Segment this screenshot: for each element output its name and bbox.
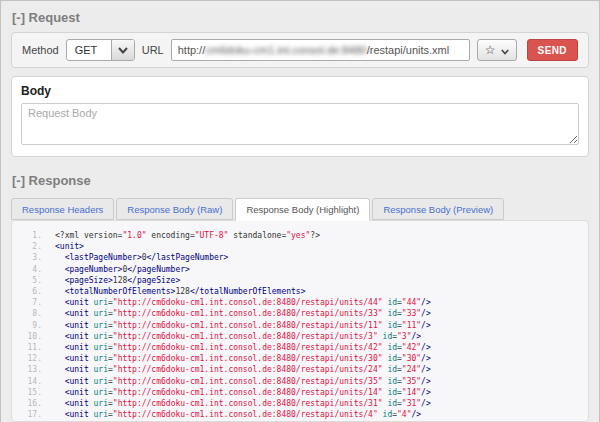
code-line: 4. <pageNumber>0</pageNumber> [12, 264, 588, 275]
code-text: <unit uri="http://cm6doku-cm1.int.consol… [42, 320, 431, 331]
tab-response-body-raw[interactable]: Response Body (Raw) [116, 198, 233, 220]
code-text: <unit uri="http://cm6doku-cm1.int.consol… [42, 353, 431, 364]
line-number: 12. [12, 353, 42, 364]
body-panel-title: Body [21, 84, 579, 98]
method-select[interactable]: GET [66, 39, 135, 61]
line-number: 13. [12, 364, 42, 375]
send-button[interactable]: SEND [527, 39, 578, 61]
url-text-redacted: cm6doku-cm1.int.consol.de:8480 [205, 44, 366, 56]
code-text: <unit uri="http://cm6doku-cm1.int.consol… [42, 409, 421, 420]
code-text: <unit uri="http://cm6doku-cm1.int.consol… [42, 297, 431, 308]
code-line: 8. <unit uri="http://cm6doku-cm1.int.con… [12, 308, 588, 319]
code-line: 11. <unit uri="http://cm6doku-cm1.int.co… [12, 342, 588, 353]
method-label: Method [22, 44, 59, 56]
line-number: 2. [12, 241, 42, 252]
request-section-header[interactable]: [-] Request [11, 10, 589, 25]
code-text: <?xml version="1.0" encoding="UTF-8" sta… [42, 230, 320, 241]
line-number: 1. [12, 230, 42, 241]
code-text: <unit uri="http://cm6doku-cm1.int.consol… [42, 398, 431, 409]
line-number: 9. [12, 320, 42, 331]
code-line: 1.<?xml version="1.0" encoding="UTF-8" s… [12, 230, 588, 241]
line-number: 16. [12, 398, 42, 409]
line-number: 11. [12, 342, 42, 353]
tab-response-headers[interactable]: Response Headers [11, 198, 114, 220]
code-line: 10. <unit uri="http://cm6doku-cm1.int.co… [12, 331, 588, 342]
line-number: 3. [12, 252, 42, 263]
code-line: 12. <unit uri="http://cm6doku-cm1.int.co… [12, 353, 588, 364]
chevron-down-icon [111, 40, 134, 60]
code-text: <unit uri="http://cm6doku-cm1.int.consol… [42, 331, 421, 342]
url-text-suffix: /restapi/units.xml [367, 44, 450, 56]
code-line: 15. <unit uri="http://cm6doku-cm1.int.co… [12, 387, 588, 398]
response-section-header[interactable]: [-] Response [11, 173, 589, 188]
code-line: 7. <unit uri="http://cm6doku-cm1.int.con… [12, 297, 588, 308]
code-text: <pageNumber>0</pageNumber> [42, 264, 190, 275]
line-number: 4. [12, 264, 42, 275]
line-number: 7. [12, 297, 42, 308]
request-body-panel: Body [11, 76, 589, 157]
chevron-down-icon [501, 41, 509, 59]
line-number: 15. [12, 387, 42, 398]
code-line: 17. <unit uri="http://cm6doku-cm1.int.co… [12, 409, 588, 420]
line-number: 14. [12, 376, 42, 387]
code-line: 5. <pageSize>128</pageSize> [12, 275, 588, 286]
code-text: <unit uri="http://cm6doku-cm1.int.consol… [42, 376, 431, 387]
tab-response-body-highlight[interactable]: Response Body (Highlight) [235, 198, 370, 221]
request-toolbar: Method GET URL http://cm6doku-cm1.int.co… [11, 32, 589, 68]
code-text: <unit> [42, 241, 84, 252]
response-tabs: Response HeadersResponse Body (Raw)Respo… [11, 198, 589, 220]
star-icon: ☆ [485, 44, 496, 56]
code-text: <pageSize>128</pageSize> [42, 275, 180, 286]
line-number: 5. [12, 275, 42, 286]
request-body-input[interactable] [21, 103, 579, 145]
code-text: <unit uri="http://cm6doku-cm1.int.consol… [42, 387, 431, 398]
code-line: 3. <lastPageNumber>0</lastPageNumber> [12, 252, 588, 263]
url-label: URL [142, 44, 164, 56]
line-number: 10. [12, 331, 42, 342]
code-line: 9. <unit uri="http://cm6doku-cm1.int.con… [12, 320, 588, 331]
code-text: <unit uri="http://cm6doku-cm1.int.consol… [42, 342, 431, 353]
code-text: <totalNumberOfElements>128</totalNumberO… [42, 286, 305, 297]
rest-client-page: [-] Request Method GET URL http://cm6dok… [1, 1, 599, 422]
code-line: 16. <unit uri="http://cm6doku-cm1.int.co… [12, 398, 588, 409]
code-text: <lastPageNumber>0</lastPageNumber> [42, 252, 228, 263]
code-line: 6. <totalNumberOfElements>128</totalNumb… [12, 286, 588, 297]
rest-client-app: { "colors": { "page_bg": "#ececec", "pan… [0, 0, 600, 422]
code-line: 13. <unit uri="http://cm6doku-cm1.int.co… [12, 364, 588, 375]
line-number: 6. [12, 286, 42, 297]
url-text-prefix: http:// [178, 44, 206, 56]
url-input[interactable]: http://cm6doku-cm1.int.consol.de:8480/re… [171, 39, 470, 61]
code-text: <unit uri="http://cm6doku-cm1.int.consol… [42, 364, 431, 375]
code-line: 2.<unit> [12, 241, 588, 252]
tab-response-body-preview[interactable]: Response Body (Preview) [372, 198, 504, 220]
line-number: 17. [12, 409, 42, 420]
code-text: <unit uri="http://cm6doku-cm1.int.consol… [42, 308, 431, 319]
favorites-dropdown-button[interactable]: ☆ [477, 39, 517, 61]
code-line: 14. <unit uri="http://cm6doku-cm1.int.co… [12, 376, 588, 387]
response-body-highlight-panel[interactable]: 1.<?xml version="1.0" encoding="UTF-8" s… [11, 220, 589, 422]
line-number: 8. [12, 308, 42, 319]
method-selected-value: GET [67, 40, 111, 60]
